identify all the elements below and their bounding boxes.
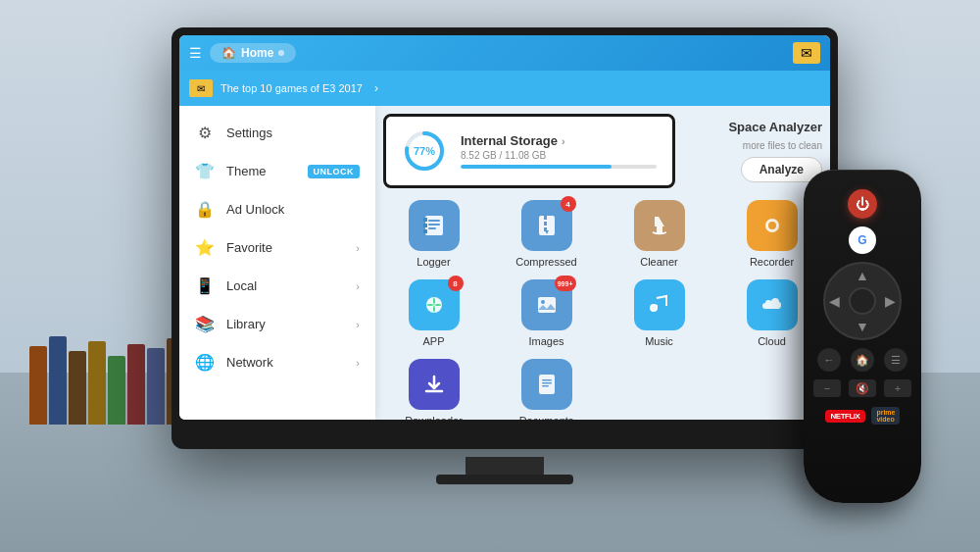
volume-down-button[interactable]: − [813, 379, 841, 397]
power-button[interactable]: ⏻ [848, 189, 877, 219]
sidebar-item-theme[interactable]: 👕 Theme UNLOCK [179, 152, 375, 190]
app-icon-wrap-images: 999+ [521, 279, 572, 330]
app-icon-music [634, 279, 685, 330]
top-nav-bar: ☰ 🏠 Home ✉ [179, 35, 830, 71]
google-assistant-button[interactable]: G [849, 226, 876, 254]
app-badge-images: 999+ [555, 276, 576, 291]
app-label-music: Music [645, 335, 673, 347]
sidebar-label-settings: Settings [226, 125, 360, 140]
svg-rect-20 [542, 379, 552, 381]
menu-icon[interactable]: ☰ [189, 45, 202, 61]
app-item-logger[interactable]: Logger [383, 200, 484, 268]
app-icon-wrap-music [634, 279, 685, 330]
svg-point-18 [651, 305, 657, 311]
svg-point-17 [541, 300, 545, 304]
dpad-left-button[interactable]: ◀ [829, 293, 840, 309]
app-label-compressed: Compressed [515, 256, 576, 268]
chevron-down-icon: › [356, 242, 360, 254]
app-item-images[interactable]: 999+ Images [496, 279, 597, 347]
app-label-downloader: Downloader [405, 415, 463, 420]
book [69, 351, 86, 425]
analyze-button[interactable]: Analyze [741, 157, 822, 182]
app-item-documents[interactable]: Documents [496, 359, 597, 420]
app-icon-cleaner [634, 200, 685, 251]
app-item-cleaner[interactable]: Cleaner [609, 200, 710, 268]
home-tab-label: Home [241, 46, 273, 60]
back-button[interactable]: ← [817, 348, 841, 372]
sidebar-label-favorite: Favorite [226, 240, 344, 255]
adunlock-icon: 🔒 [195, 200, 215, 219]
notification-text: The top 10 games of E3 2017 [220, 82, 363, 94]
tab-indicator [278, 50, 284, 56]
app-item-downloader[interactable]: Downloader [383, 359, 484, 420]
storage-progress-bar [461, 165, 657, 169]
app-icon-wrap-downloader [409, 359, 460, 410]
dpad-up-button[interactable]: ▲ [856, 268, 869, 283]
settings-icon: ⚙ [195, 124, 215, 142]
app-icon-wrap-logger [409, 200, 460, 251]
favorite-icon: ⭐ [195, 238, 215, 257]
home-icon: 🏠 [221, 46, 236, 60]
app-label-app: APP [422, 335, 444, 347]
bookshelf [29, 336, 184, 425]
svg-rect-5 [428, 227, 436, 229]
local-icon: 📱 [195, 276, 215, 295]
volume-up-button[interactable]: + [884, 379, 911, 397]
storage-bar-fill [461, 165, 612, 169]
mute-button[interactable]: 🔇 [849, 379, 876, 397]
storage-title-text: Internal Storage [461, 133, 558, 148]
unlock-badge: UNLOCK [308, 165, 361, 178]
dpad: ▲ ▼ ◀ ▶ [823, 262, 902, 340]
sidebar-label-adunlock: Ad Unlock [226, 202, 360, 217]
svg-rect-22 [542, 385, 549, 387]
app-icon-wrap-compressed: 4 [521, 200, 572, 251]
storage-card[interactable]: 77% Internal Storage › 8.52 GB / 11.08 G… [383, 114, 675, 188]
app-icon-wrap-cloud [747, 279, 798, 330]
remote-control: ⏻ G ▲ ▼ ◀ ▶ ← 🏠 ☰ − 🔇 + NETFLIX primevid… [804, 170, 921, 503]
space-analyzer: Space Analyzer more files to clean Analy… [685, 114, 822, 188]
netflix-button[interactable]: NETFLIX [825, 410, 866, 423]
dpad-center-button[interactable] [849, 287, 876, 315]
options-button[interactable]: ☰ [884, 348, 907, 372]
app-item-compressed[interactable]: 4 Compressed [496, 200, 597, 268]
storage-section: 77% Internal Storage › 8.52 GB / 11.08 G… [383, 114, 822, 188]
app-label-recorder: Recorder [750, 256, 794, 268]
chevron-down-icon-library: › [356, 319, 360, 330]
dpad-right-button[interactable]: ▶ [885, 293, 896, 309]
app-badge-compressed: 4 [561, 196, 576, 212]
svg-rect-10 [544, 216, 547, 220]
app-icon-wrap-documents [521, 359, 572, 410]
app-label-documents: Documents [519, 415, 574, 420]
book [147, 348, 165, 425]
svg-rect-19 [539, 375, 555, 394]
sidebar-item-local[interactable]: 📱 Local › [179, 267, 375, 305]
brand-buttons: NETFLIX primevideo [825, 407, 901, 425]
sidebar-item-library[interactable]: 📚 Library › [179, 305, 375, 343]
app-icon-documents [521, 359, 572, 410]
sidebar: ⚙ Settings 👕 Theme UNLOCK 🔒 Ad Unlock [179, 106, 375, 420]
notification-bar[interactable]: ✉ The top 10 games of E3 2017 › [179, 71, 830, 106]
storage-circle: 77% [402, 128, 447, 174]
sidebar-label-library: Library [226, 317, 344, 331]
dpad-down-button[interactable]: ▼ [856, 319, 869, 334]
app-label-cloud: Cloud [758, 335, 786, 347]
mail-icon-top[interactable]: ✉ [793, 42, 820, 64]
app-item-app[interactable]: 8 APP [383, 279, 484, 347]
content-area: 77% Internal Storage › 8.52 GB / 11.08 G… [375, 106, 830, 420]
sidebar-label-local: Local [226, 278, 344, 293]
space-analyzer-subtitle: more files to clean [743, 140, 822, 151]
sidebar-item-favorite[interactable]: ⭐ Favorite › [179, 228, 375, 267]
sidebar-item-network[interactable]: 🌐 Network › [179, 343, 375, 381]
app-label-cleaner: Cleaner [640, 256, 678, 268]
sidebar-item-settings[interactable]: ⚙ Settings [179, 114, 375, 152]
app-icon-wrap-app: 8 [409, 279, 460, 330]
app-item-music[interactable]: Music [609, 279, 710, 347]
main-content: ⚙ Settings 👕 Theme UNLOCK 🔒 Ad Unlock [179, 106, 830, 420]
home-button[interactable]: 🏠 [851, 348, 874, 372]
app-icon-recorder [747, 200, 798, 251]
amazon-button[interactable]: primevideo [871, 407, 900, 425]
sidebar-item-adunlock[interactable]: 🔒 Ad Unlock [179, 190, 375, 228]
app-label-images: Images [528, 335, 564, 347]
chevron-down-icon-local: › [356, 280, 360, 292]
home-tab[interactable]: 🏠 Home [210, 43, 296, 63]
